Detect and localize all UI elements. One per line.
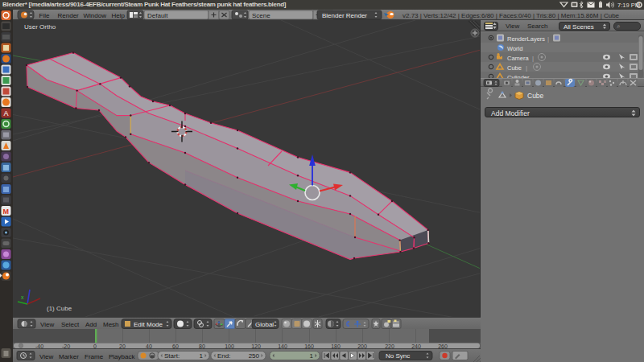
svg-text:Add: Add bbox=[85, 321, 97, 328]
svg-text:Camera: Camera bbox=[507, 55, 530, 62]
svg-text:Global: Global bbox=[255, 321, 274, 328]
svg-text:Default: Default bbox=[147, 12, 168, 19]
svg-text:250: 250 bbox=[249, 352, 260, 360]
svg-text:(1) Cube: (1) Cube bbox=[47, 305, 72, 312]
svg-text:Start:: Start: bbox=[164, 352, 180, 360]
svg-text:1: 1 bbox=[200, 352, 204, 360]
svg-text:View: View bbox=[40, 321, 54, 328]
svg-text:No Sync: No Sync bbox=[386, 352, 410, 360]
svg-text:Render: Render bbox=[58, 12, 80, 19]
svg-text:|: | bbox=[532, 55, 534, 62]
svg-text:|: | bbox=[526, 64, 527, 72]
svg-text:x: x bbox=[21, 294, 24, 300]
svg-text:Window: Window bbox=[84, 12, 107, 19]
svg-text:View: View bbox=[39, 353, 53, 360]
svg-text:Edit Mode: Edit Mode bbox=[134, 321, 163, 328]
svg-text:Mesh: Mesh bbox=[103, 321, 119, 328]
svg-text:Blender Render: Blender Render bbox=[322, 12, 367, 19]
svg-text:Scene: Scene bbox=[252, 12, 270, 19]
svg-text:File: File bbox=[39, 12, 50, 19]
svg-text:A: A bbox=[4, 109, 9, 117]
svg-text:User Ortho: User Ortho bbox=[24, 23, 56, 31]
svg-text:World: World bbox=[507, 45, 522, 52]
svg-text:Cube: Cube bbox=[527, 92, 544, 100]
svg-text:Help: Help bbox=[112, 12, 126, 19]
svg-text:End:: End: bbox=[217, 352, 230, 360]
svg-text:RenderLayers: RenderLayers bbox=[507, 35, 545, 43]
svg-text:|: | bbox=[547, 35, 549, 43]
svg-text:Frame: Frame bbox=[85, 353, 104, 360]
svg-text:Cube: Cube bbox=[507, 64, 522, 72]
svg-text:v2.73 | Verts:12/42 | Edges:6/: v2.73 | Verts:12/42 | Edges:6/80 | Faces… bbox=[402, 12, 620, 19]
svg-text:Select: Select bbox=[61, 321, 80, 328]
svg-text:M: M bbox=[3, 208, 10, 216]
svg-text:Playback: Playback bbox=[109, 353, 135, 360]
svg-text:1: 1 bbox=[310, 352, 314, 360]
svg-text:Marker: Marker bbox=[59, 353, 79, 360]
